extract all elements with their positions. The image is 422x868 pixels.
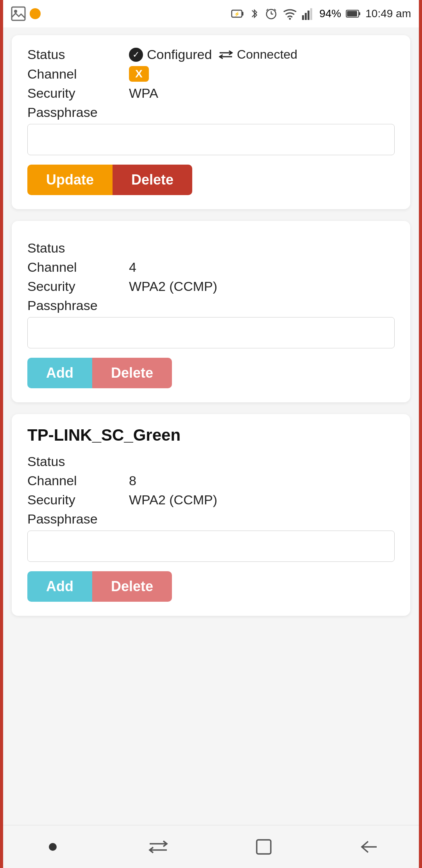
battery-charging-icon: ⚡ — [231, 7, 244, 20]
card2-channel-row: Channel 4 — [27, 260, 395, 275]
svg-rect-14 — [310, 8, 312, 20]
svg-point-10 — [289, 18, 291, 20]
image-icon — [11, 6, 26, 21]
card3-status-row: Status — [27, 454, 395, 469]
card1-update-button[interactable]: Update — [27, 165, 113, 195]
svg-rect-12 — [305, 13, 307, 20]
svg-rect-11 — [302, 15, 304, 20]
card2-channel-value: 4 — [129, 260, 136, 275]
back-nav-icon — [360, 840, 378, 854]
status-bar-right: ⚡ 94% — [231, 7, 411, 20]
transfer-nav-icon — [148, 839, 168, 855]
window-nav-icon — [256, 839, 272, 855]
left-accent-border — [0, 0, 3, 868]
wifi-card-1: Status Configured Connected Channel X — [12, 35, 410, 209]
card3-channel-value: 8 — [129, 473, 136, 488]
time-display: 10:49 am — [365, 7, 411, 20]
card2-channel-label: Channel — [27, 260, 129, 275]
card2-passphrase-input[interactable] — [27, 317, 395, 348]
wifi-icon — [283, 7, 297, 20]
card3-delete-button[interactable]: Delete — [92, 571, 172, 602]
status-bar: ⚡ 94% — [0, 0, 422, 27]
card1-status-row: Status Configured Connected — [27, 47, 395, 62]
svg-text:⚡: ⚡ — [234, 11, 240, 17]
card3-add-button[interactable]: Add — [27, 571, 92, 602]
card1-channel-badge: X — [129, 66, 149, 82]
card3-security-row: Security WPA2 (CCMP) — [27, 492, 395, 508]
right-accent-border — [419, 0, 422, 868]
card3-security-label: Security — [27, 492, 129, 508]
card2-status-row: Status — [27, 240, 395, 256]
wifi-card-2: Status Channel 4 Security WPA2 (CCMP) Pa… — [12, 221, 410, 402]
card2-security-value: WPA2 (CCMP) — [129, 279, 217, 294]
card3-security-value: WPA2 (CCMP) — [129, 492, 217, 508]
card1-btn-row: Update Delete — [27, 165, 395, 195]
svg-rect-16 — [347, 11, 357, 16]
svg-rect-22 — [257, 840, 271, 854]
card1-status-label: Status — [27, 47, 129, 62]
nav-back[interactable] — [354, 831, 385, 863]
nav-transfer[interactable] — [143, 831, 174, 863]
card3-channel-row: Channel 8 — [27, 473, 395, 488]
status-bar-left — [11, 6, 41, 21]
card3-btn-row: Add Delete — [27, 571, 395, 602]
card3-status-label: Status — [27, 454, 129, 469]
bottom-nav — [0, 825, 422, 868]
svg-rect-3 — [242, 12, 243, 16]
card1-security-value: WPA — [129, 86, 158, 101]
svg-rect-0 — [12, 7, 25, 20]
card3-channel-label: Channel — [27, 473, 129, 488]
card2-security-label: Security — [27, 279, 129, 294]
signal-icon — [302, 7, 315, 20]
svg-point-1 — [14, 10, 17, 13]
card2-status-label: Status — [27, 240, 129, 256]
card1-delete-button[interactable]: Delete — [113, 165, 192, 195]
partial-card-peek — [12, 628, 410, 643]
page-content: Status Configured Connected Channel X — [0, 27, 422, 825]
card1-status-value: Configured Connected — [129, 47, 297, 62]
card1-security-row: Security WPA — [27, 86, 395, 101]
card3-passphrase-input[interactable] — [27, 531, 395, 562]
svg-rect-17 — [359, 12, 360, 15]
card1-channel-label: Channel — [27, 66, 129, 82]
home-nav-icon — [49, 843, 57, 851]
card2-passphrase-label: Passphrase — [27, 298, 395, 313]
bluetooth-icon — [249, 7, 260, 20]
alarm-icon — [265, 7, 278, 20]
configured-check-icon — [129, 48, 143, 62]
transfer-icon — [219, 50, 233, 59]
card1-channel-row: Channel X — [27, 66, 395, 82]
card1-passphrase-input[interactable] — [27, 124, 395, 155]
battery-icon — [346, 9, 361, 18]
card2-delete-button[interactable]: Delete — [92, 358, 172, 388]
card3-title: TP-LINK_SC_Green — [27, 426, 395, 445]
card2-btn-row: Add Delete — [27, 358, 395, 388]
card3-passphrase-label: Passphrase — [27, 511, 395, 527]
card1-security-label: Security — [27, 86, 129, 101]
wifi-card-3: TP-LINK_SC_Green Status Channel 8 Securi… — [12, 414, 410, 616]
card2-add-button[interactable]: Add — [27, 358, 92, 388]
configured-text: Configured — [147, 47, 212, 62]
notification-dot — [30, 8, 41, 19]
battery-percent: 94% — [319, 7, 341, 20]
svg-rect-13 — [308, 11, 309, 20]
card1-connected-label: Connected — [237, 47, 297, 62]
card1-passphrase-label: Passphrase — [27, 105, 395, 120]
nav-home[interactable] — [37, 831, 68, 863]
card2-security-row: Security WPA2 (CCMP) — [27, 279, 395, 294]
nav-window[interactable] — [248, 831, 279, 863]
